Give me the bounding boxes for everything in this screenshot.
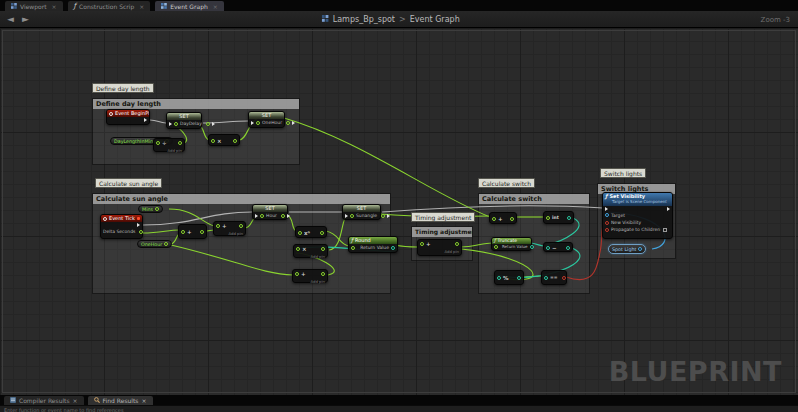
int-pin[interactable]	[391, 246, 395, 250]
variable-pill-onehour[interactable]: OneHour	[137, 240, 172, 248]
nav-forward-icon[interactable]: ►	[22, 14, 29, 24]
node-set-onehour[interactable]: SET OneHour	[248, 111, 285, 128]
float-pin[interactable]	[455, 242, 459, 246]
float-pin[interactable]	[321, 272, 325, 276]
add-pin-button[interactable]: Add pin	[294, 254, 327, 260]
float-pin[interactable]	[286, 121, 290, 125]
node-add-4[interactable]: +	[489, 212, 517, 224]
tab-viewport[interactable]: Viewport ×	[5, 1, 63, 11]
close-icon[interactable]: ×	[139, 3, 144, 10]
int-pin[interactable]	[544, 276, 548, 280]
add-pin-button[interactable]: Add pin	[293, 279, 327, 285]
tab-event-graph[interactable]: Event Graph ×	[155, 1, 224, 11]
node-event-tick[interactable]: Event Tick Delta Seconds	[100, 214, 143, 239]
float-pin[interactable]	[178, 141, 182, 145]
float-pin[interactable]	[281, 214, 285, 218]
node-set-visibility[interactable]: ƒSet Visibility Target is Scene Componen…	[602, 192, 673, 239]
float-pin[interactable]	[494, 245, 498, 249]
add-pin-button[interactable]: Add pin	[418, 249, 461, 255]
comment-header[interactable]: Calculate sun angle	[93, 194, 390, 204]
object-pin[interactable]	[638, 247, 642, 251]
float-pin[interactable]	[381, 214, 385, 218]
float-pin[interactable]	[211, 139, 215, 143]
nav-back-icon[interactable]: ◄	[7, 14, 14, 24]
float-pin[interactable]	[239, 224, 243, 228]
float-pin[interactable]	[174, 122, 178, 126]
float-pin[interactable]	[164, 242, 168, 246]
node-set-hour[interactable]: SET Hour	[252, 204, 288, 220]
propagate-checkbox[interactable]	[663, 228, 667, 232]
float-pin[interactable]	[510, 217, 514, 221]
close-icon[interactable]: ×	[73, 397, 78, 404]
add-pin-button[interactable]: Add pin	[214, 231, 245, 237]
node-power[interactable]: xⁿ	[295, 226, 327, 238]
float-pin[interactable]	[321, 247, 325, 251]
float-pin[interactable]	[206, 122, 210, 126]
float-pin[interactable]	[320, 231, 324, 235]
float-pin[interactable]	[139, 230, 143, 234]
float-pin[interactable]	[260, 214, 264, 218]
bool-pin[interactable]	[605, 221, 609, 225]
add-pin-button[interactable]: Add pin	[154, 148, 184, 154]
breadcrumb-root[interactable]: Lamps_Bp_spot	[333, 15, 395, 24]
float-pin[interactable]	[233, 139, 237, 143]
float-pin[interactable]	[156, 141, 160, 145]
node-modulo[interactable]: %	[494, 270, 524, 285]
tab-construction-script[interactable]: ƒ Construction Scrip ×	[68, 1, 151, 11]
exec-out-pin[interactable]	[137, 223, 140, 227]
node-divide[interactable]: ÷ Add pin	[153, 138, 185, 152]
object-pin[interactable]	[605, 213, 609, 217]
int-pin[interactable]	[517, 276, 521, 280]
variable-pill-spotlight[interactable]: Spot Light	[608, 244, 646, 254]
node-equals[interactable]: ==	[541, 270, 567, 285]
float-pin[interactable]	[546, 216, 550, 220]
int-pin[interactable]	[567, 216, 571, 220]
float-pin[interactable]	[200, 230, 204, 234]
exec-in-pin[interactable]	[255, 214, 258, 218]
exec-out-pin[interactable]	[287, 214, 290, 218]
comment-header[interactable]: Calculate switch	[479, 194, 589, 204]
comment-header[interactable]: Define day length	[93, 99, 299, 109]
exec-out-pin[interactable]	[667, 207, 670, 211]
close-icon[interactable]: ×	[52, 3, 57, 10]
node-multiply[interactable]: ×	[208, 134, 240, 146]
tab-compiler-results[interactable]: Compiler Results ×	[4, 396, 84, 405]
bool-pin[interactable]	[562, 276, 566, 280]
int-pin[interactable]	[497, 276, 501, 280]
float-pin[interactable]	[216, 224, 220, 228]
node-round[interactable]: ƒRound Return Value	[348, 236, 398, 253]
node-event-beginplay[interactable]: Event BeginPlay	[106, 109, 150, 125]
exec-out-pin[interactable]	[387, 214, 390, 218]
node-truncate[interactable]: ƒTruncate Return Value	[491, 237, 532, 251]
float-pin[interactable]	[296, 247, 300, 251]
float-pin[interactable]	[181, 230, 185, 234]
float-pin[interactable]	[155, 207, 159, 211]
event-graph-canvas[interactable]: BLUEPRINT Define day length Calculate su…	[0, 28, 798, 395]
node-subtract[interactable]: −	[543, 242, 573, 252]
variable-pill-mins[interactable]: Mins	[138, 205, 163, 213]
comment-header[interactable]: Timing adjustment	[412, 227, 472, 237]
node-timing-add[interactable]: + Add pin	[417, 239, 462, 256]
node-set-daydelay[interactable]: SET DayDelay	[166, 112, 202, 129]
float-pin[interactable]	[492, 217, 496, 221]
exec-out-pin[interactable]	[212, 122, 215, 126]
node-multiply-pins[interactable]: × Add pin	[293, 244, 328, 258]
exec-in-pin[interactable]	[251, 121, 254, 125]
float-pin[interactable]	[295, 272, 299, 276]
float-pin[interactable]	[420, 242, 424, 246]
exec-in-pin[interactable]	[345, 214, 348, 218]
close-icon[interactable]: ×	[141, 397, 146, 404]
int-pin[interactable]	[546, 246, 550, 250]
exec-in-pin[interactable]	[169, 122, 172, 126]
bool-pin[interactable]	[605, 228, 609, 232]
node-add[interactable]: +	[178, 224, 207, 239]
int-pin[interactable]	[566, 246, 570, 250]
float-pin[interactable]	[256, 121, 260, 125]
node-add-pins-2[interactable]: + Add pin	[292, 269, 328, 283]
float-pin[interactable]	[350, 214, 354, 218]
node-to-int[interactable]: int	[543, 211, 574, 224]
exec-out-pin[interactable]	[144, 118, 147, 122]
node-add-pins[interactable]: + Add pin	[213, 221, 246, 236]
exec-out-pin[interactable]	[292, 121, 295, 125]
node-set-sunangle[interactable]: SET Sunangle	[342, 204, 381, 220]
